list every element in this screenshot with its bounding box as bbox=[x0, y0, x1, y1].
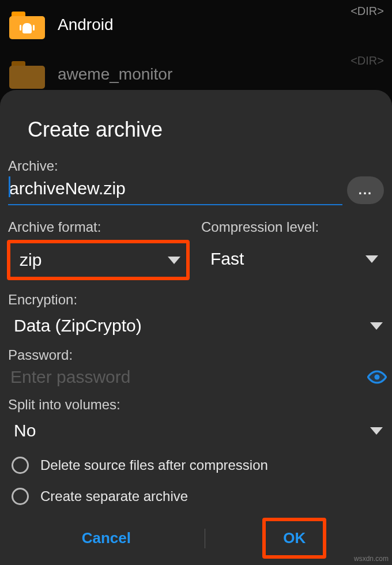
watermark: wsxdn.com bbox=[354, 555, 389, 563]
file-row-label: Android bbox=[58, 16, 114, 34]
encryption-value: Data (ZipCrypto) bbox=[14, 316, 142, 336]
password-input[interactable] bbox=[10, 367, 362, 387]
archive-format-select[interactable]: zip bbox=[10, 243, 186, 277]
ok-button[interactable]: OK bbox=[278, 527, 310, 549]
encryption-select[interactable]: Data (ZipCrypto) bbox=[3, 309, 389, 342]
file-row-label: aweme_monitor bbox=[58, 65, 172, 84]
create-archive-dialog: Create archive Archive: ... Archive form… bbox=[0, 90, 392, 565]
file-row[interactable]: <DIR> Android bbox=[0, 0, 392, 50]
format-label: Archive format: bbox=[8, 219, 191, 235]
archive-name-input[interactable] bbox=[8, 175, 342, 205]
folder-icon bbox=[9, 60, 45, 89]
split-value: No bbox=[14, 421, 36, 440]
chevron-down-icon bbox=[370, 322, 383, 330]
chevron-down-icon bbox=[370, 427, 383, 435]
dialog-title: Create archive bbox=[28, 118, 384, 142]
format-highlight: zip bbox=[7, 240, 190, 280]
dir-tag: <DIR> bbox=[350, 54, 384, 67]
cancel-button[interactable]: Cancel bbox=[66, 519, 147, 558]
eye-icon[interactable] bbox=[367, 367, 387, 387]
split-volumes-select[interactable]: No bbox=[3, 414, 389, 447]
encryption-label: Encryption: bbox=[8, 292, 389, 308]
ellipsis-icon: ... bbox=[359, 183, 372, 198]
separate-archive-label: Create separate archive bbox=[40, 488, 188, 504]
split-label: Split into volumes: bbox=[8, 397, 389, 413]
compression-level-select[interactable]: Fast bbox=[201, 239, 384, 276]
ok-highlight: OK bbox=[262, 518, 326, 559]
level-label: Compression level: bbox=[201, 219, 384, 235]
separate-archive-option[interactable]: Create separate archive bbox=[8, 481, 384, 512]
chevron-down-icon bbox=[168, 257, 180, 264]
chevron-down-icon bbox=[365, 255, 378, 263]
level-value: Fast bbox=[210, 249, 244, 269]
folder-icon bbox=[9, 10, 45, 39]
dialog-button-bar: Cancel OK bbox=[8, 518, 384, 565]
text-cursor bbox=[9, 176, 10, 197]
svg-point-0 bbox=[374, 374, 379, 379]
radio-icon bbox=[12, 457, 29, 474]
delete-source-option[interactable]: Delete source files after compression bbox=[8, 450, 384, 481]
dir-tag: <DIR> bbox=[350, 5, 384, 18]
archive-label: Archive: bbox=[8, 158, 384, 174]
password-label: Password: bbox=[8, 347, 389, 363]
delete-source-label: Delete source files after compression bbox=[40, 457, 268, 473]
browse-button[interactable]: ... bbox=[347, 176, 384, 204]
radio-icon bbox=[12, 488, 29, 505]
button-divider bbox=[205, 529, 205, 548]
format-value: zip bbox=[20, 250, 42, 270]
